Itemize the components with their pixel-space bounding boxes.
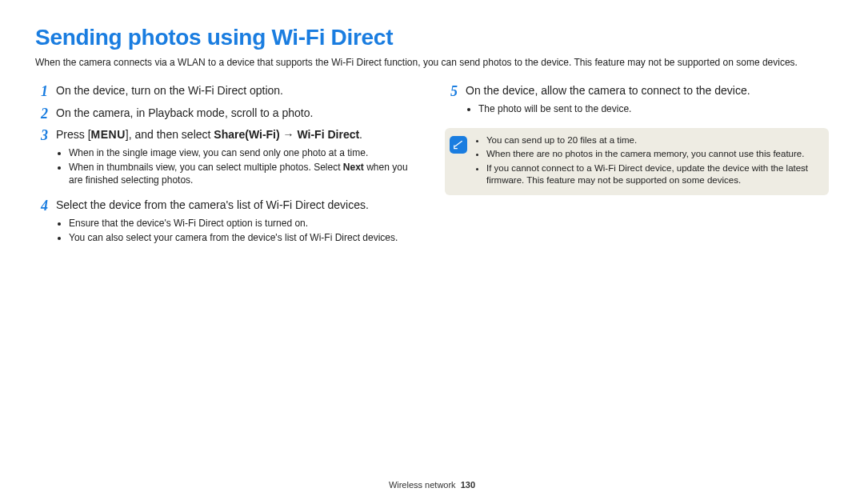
left-column: 1 On the device, turn on the Wi-Fi Direc… [35,83,419,255]
step-text: On the camera, in Playback mode, scroll … [56,106,419,122]
bold-label: Share(Wi-Fi) [214,128,279,141]
step-5: 5 On the device, allow the camera to con… [445,83,829,122]
page-title: Sending photos using Wi-Fi Direct [35,22,829,53]
bold-label: Wi-Fi Direct [297,128,359,141]
step-text: On the device, allow the camera to conne… [466,83,829,99]
intro-paragraph: When the camera connects via a WLAN to a… [35,56,829,69]
sub-bullet: You can also select your camera from the… [69,231,419,244]
menu-key-label: MENU [91,127,126,143]
step-number: 4 [35,198,48,250]
step-number: 3 [35,127,48,193]
sub-bullet-list: The photo will be sent to the device. [466,102,829,115]
footer-section-label: Wireless network [389,480,456,490]
page-footer: Wireless network 130 [0,479,864,491]
text-fragment: ], and then select [126,128,214,141]
bold-label: Next [343,162,364,173]
two-column-layout: 1 On the device, turn on the Wi-Fi Direc… [35,83,829,255]
step-number: 2 [35,106,48,123]
sub-bullet: When in thumbnails view, you can select … [69,161,419,186]
info-bullet-list: You can send up to 20 files at a time. W… [474,134,821,189]
sub-bullet-list: When in the single image view, you can s… [56,146,419,187]
step-number: 1 [35,83,48,101]
sub-bullet-list: Ensure that the device's Wi-Fi Direct op… [56,217,419,244]
manual-page: Sending photos using Wi-Fi Direct When t… [0,0,864,504]
info-bullet: If you cannot connect to a Wi-Fi Direct … [486,162,821,187]
step-text: On the device, turn on the Wi-Fi Direct … [56,83,419,99]
info-bullet: When there are no photos in the camera m… [486,148,821,161]
note-icon [450,136,467,154]
sub-bullet: Ensure that the device's Wi-Fi Direct op… [69,217,419,230]
step-1: 1 On the device, turn on the Wi-Fi Direc… [35,83,419,101]
step-number: 5 [445,83,458,122]
step-4: 4 Select the device from the camera's li… [35,198,419,250]
step-2: 2 On the camera, in Playback mode, scrol… [35,106,419,123]
step-text: Select the device from the camera's list… [56,198,419,214]
sub-bullet: The photo will be sent to the device. [478,102,829,115]
info-bullet: You can send up to 20 files at a time. [486,134,821,147]
sub-bullet: When in the single image view, you can s… [69,146,419,159]
step-3: 3 Press [MENU], and then select Share(Wi… [35,127,419,193]
text-fragment: When in thumbnails view, you can select … [69,162,343,173]
right-column: 5 On the device, allow the camera to con… [445,83,829,255]
text-fragment: Press [ [56,128,91,141]
info-callout-box: You can send up to 20 files at a time. W… [445,128,829,195]
page-number: 130 [461,480,475,490]
arrow-glyph: → [280,128,298,141]
step-text: Press [MENU], and then select Share(Wi-F… [56,127,419,143]
text-fragment: . [359,128,362,141]
